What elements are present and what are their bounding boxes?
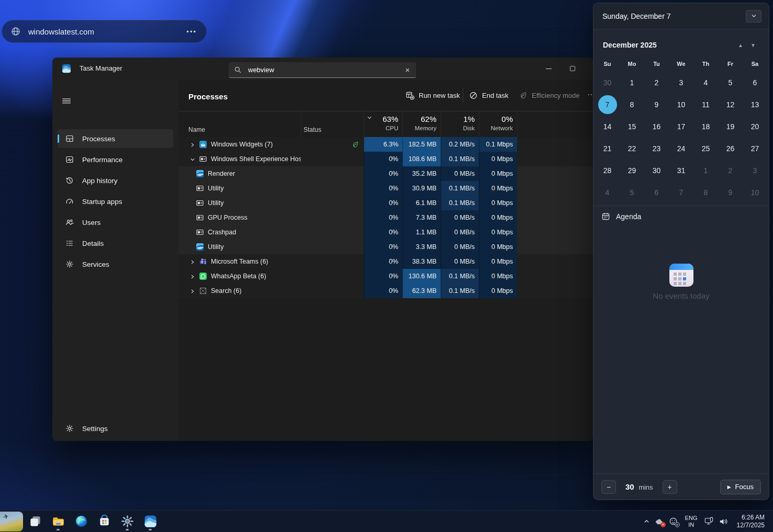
calendar-day[interactable]: 25 <box>693 138 718 160</box>
column-header-memory[interactable]: 62% Memory <box>402 111 441 137</box>
decrease-duration-button[interactable]: − <box>601 480 616 494</box>
column-header-disk[interactable]: 1% Disk <box>441 111 479 137</box>
table-row[interactable]: Utility0%3.3 MB0 MB/s0 Mbps <box>178 240 593 254</box>
table-row[interactable]: Microsoft Teams (6)0%38.3 MB0 MB/s0 Mbps <box>178 254 593 269</box>
chevron-right-icon[interactable] <box>190 288 195 293</box>
column-header-name[interactable]: Name <box>188 126 205 133</box>
calendar-next-month-button[interactable]: ▼ <box>747 42 759 48</box>
calendar-day[interactable]: 3 <box>743 160 767 182</box>
sidebar-item-startup-apps[interactable]: Startup apps <box>58 192 173 211</box>
focus-button[interactable]: ▶ Focus <box>720 480 761 494</box>
calendar-day[interactable]: 7 <box>669 182 693 203</box>
table-row[interactable]: Search (6)0%62.3 MB0.1 MB/s0 Mbps <box>178 284 593 298</box>
table-row[interactable]: Crashpad0%1.1 MB0 MB/s0 Mbps <box>178 225 593 240</box>
calendar-day[interactable]: 4 <box>595 182 620 203</box>
run-new-task-button[interactable]: Run new task <box>400 87 465 104</box>
calendar-day[interactable]: 29 <box>620 160 644 182</box>
calendar-day[interactable]: 31 <box>669 160 693 182</box>
calendar-day[interactable]: 26 <box>718 138 743 160</box>
calendar-collapse-button[interactable] <box>746 10 761 22</box>
calendar-day-selected[interactable]: 7 <box>595 94 620 116</box>
calendar-day[interactable]: 24 <box>669 138 693 160</box>
column-header-network[interactable]: 0% Network <box>479 111 517 137</box>
people-icon[interactable]: + <box>669 517 678 526</box>
search-input[interactable] <box>247 65 404 74</box>
sidebar-item-users[interactable]: Users <box>58 213 173 232</box>
column-header-status[interactable]: Status <box>304 126 321 133</box>
sidebar-item-details[interactable]: Details <box>58 234 173 253</box>
calendar-day[interactable]: 6 <box>743 72 767 94</box>
calendar-day[interactable]: 20 <box>743 116 767 138</box>
calendar-day[interactable]: 2 <box>718 160 743 182</box>
taskbar-app-edge[interactable] <box>74 512 88 531</box>
cast-icon[interactable] <box>704 517 714 526</box>
sidebar-item-app-history[interactable]: App history <box>58 171 173 190</box>
chevron-right-icon[interactable] <box>190 259 195 264</box>
sidebar-item-processes[interactable]: Processes <box>58 129 173 148</box>
taskbar-app-task-view[interactable] <box>28 512 42 531</box>
widgets-button[interactable]: ✈ <box>0 512 23 531</box>
calendar-day[interactable]: 14 <box>595 116 620 138</box>
calendar-day[interactable]: 1 <box>620 72 644 94</box>
onedrive-icon[interactable]: × <box>655 517 664 526</box>
calendar-day[interactable]: 16 <box>644 116 669 138</box>
minimize-button[interactable] <box>536 58 561 79</box>
efficiency-mode-button[interactable]: Efficiency mode <box>513 87 585 104</box>
taskbar-app-microsoft-store[interactable] <box>97 512 111 531</box>
increase-duration-button[interactable]: + <box>663 480 677 494</box>
table-row[interactable]: Windows Shell Experience Hos...0%108.6 M… <box>178 152 593 166</box>
calendar-prev-month-button[interactable]: ▲ <box>734 42 747 48</box>
calendar-day[interactable]: 19 <box>718 116 743 138</box>
calendar-day[interactable]: 4 <box>693 72 718 94</box>
table-row[interactable]: Utility0%6.1 MB0.1 MB/s0 Mbps <box>178 196 593 210</box>
calendar-day[interactable]: 22 <box>620 138 644 160</box>
table-row[interactable]: Renderer0%35.2 MB0 MB/s0 Mbps <box>178 166 593 181</box>
calendar-day[interactable]: 9 <box>718 182 743 203</box>
taskbar-app-task-manager[interactable] <box>143 512 158 531</box>
sidebar-item-services[interactable]: Services <box>58 255 173 274</box>
taskbar-app-settings[interactable] <box>120 512 135 531</box>
chevron-right-icon[interactable] <box>190 142 195 147</box>
calendar-day[interactable]: 1 <box>693 160 718 182</box>
sidebar-item-settings[interactable]: Settings <box>58 419 173 438</box>
navigation-menu-button[interactable] <box>58 92 75 109</box>
calendar-day[interactable]: 30 <box>644 160 669 182</box>
calendar-day[interactable]: 12 <box>718 94 743 116</box>
calendar-day[interactable]: 5 <box>718 72 743 94</box>
taskbar-clock[interactable]: 6:26 AM 12/7/2025 <box>733 512 769 531</box>
maximize-button[interactable] <box>561 58 585 79</box>
calendar-day[interactable]: 6 <box>644 182 669 203</box>
ellipsis-icon[interactable]: ••• <box>186 28 197 36</box>
calendar-day[interactable]: 15 <box>620 116 644 138</box>
calendar-day[interactable]: 10 <box>669 94 693 116</box>
volume-icon[interactable] <box>719 517 728 526</box>
calendar-day[interactable]: 11 <box>693 94 718 116</box>
calendar-day[interactable]: 27 <box>743 138 767 160</box>
end-task-button[interactable]: End task <box>464 87 514 104</box>
clear-search-icon[interactable]: × <box>404 65 411 74</box>
calendar-day[interactable]: 21 <box>595 138 620 160</box>
calendar-day[interactable]: 8 <box>620 94 644 116</box>
search-box[interactable]: × <box>229 62 416 78</box>
calendar-day[interactable]: 8 <box>693 182 718 203</box>
calendar-day[interactable]: 28 <box>595 160 620 182</box>
more-options-icon[interactable]: ⋯ <box>587 90 593 99</box>
chevron-down-icon[interactable] <box>190 156 195 162</box>
calendar-day[interactable]: 2 <box>644 72 669 94</box>
table-row[interactable]: GPU Process0%7.3 MB0 MB/s0 Mbps <box>178 210 593 225</box>
calendar-day[interactable]: 5 <box>620 182 644 203</box>
chevron-right-icon[interactable] <box>190 274 195 279</box>
browser-address-pill[interactable]: windowslatest.com ••• <box>2 20 207 43</box>
table-row[interactable]: WhatsApp Beta (6)0%130.6 MB0.1 MB/s0 Mbp… <box>178 269 593 284</box>
taskbar-app-file-explorer[interactable] <box>51 512 65 531</box>
calendar-day[interactable]: 17 <box>669 116 693 138</box>
sidebar-item-performance[interactable]: Performance <box>58 150 173 169</box>
calendar-day[interactable]: 18 <box>693 116 718 138</box>
calendar-day[interactable]: 23 <box>644 138 669 160</box>
table-row[interactable]: Windows Widgets (7)6.3%182.5 MB0.2 MB/s0… <box>178 137 593 152</box>
titlebar[interactable]: Task Manager × <box>52 58 593 80</box>
column-header-cpu[interactable]: 63% CPU <box>364 111 402 137</box>
calendar-day[interactable]: 13 <box>743 94 767 116</box>
calendar-day[interactable]: 3 <box>669 72 693 94</box>
language-indicator[interactable]: ENG IN <box>683 515 700 528</box>
